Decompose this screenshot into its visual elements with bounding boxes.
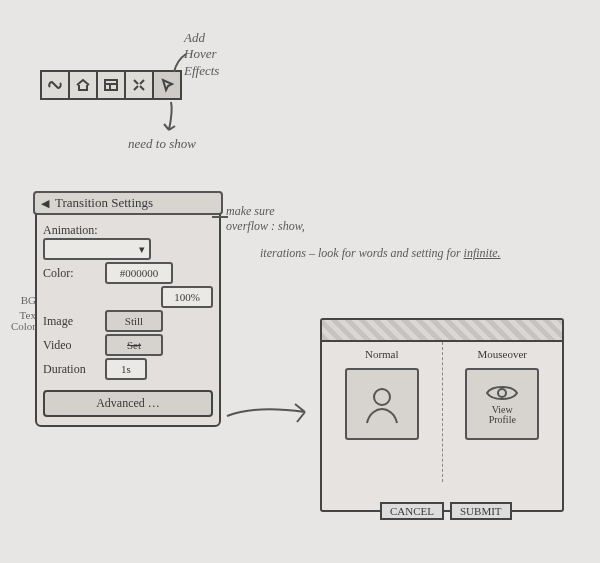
row-image: Image Still: [43, 310, 213, 332]
row-duration: Duration 1s: [43, 358, 213, 380]
arrow-panel-to-preview: [225, 398, 315, 432]
home-icon: [75, 77, 91, 93]
toolbar: [40, 70, 182, 100]
color-hex-input[interactable]: #000000: [105, 262, 173, 284]
preview-normal-thumb: [345, 368, 419, 440]
row-video: Video Set: [43, 334, 213, 356]
connector-panel-to-note: [212, 208, 230, 226]
animation-label: Animation:: [43, 223, 99, 238]
video-label: Video: [43, 338, 99, 353]
note-need-to-show: need to show: [128, 136, 196, 152]
image-button[interactable]: Still: [105, 310, 163, 332]
image-label: Image: [43, 314, 99, 329]
side-label-text-color: Text Color:: [0, 310, 39, 332]
tool-home[interactable]: [70, 72, 98, 98]
preview-normal-column: Normal: [322, 342, 443, 482]
cancel-button[interactable]: CANCEL: [380, 502, 444, 520]
expand-icon: [131, 77, 147, 93]
svg-point-2: [498, 389, 506, 397]
tool-layout[interactable]: [98, 72, 126, 98]
note-infinite-word: infinite.: [464, 246, 501, 260]
opacity-input[interactable]: 100%: [161, 286, 213, 308]
preview-mouseover-label: Mouseover: [478, 348, 528, 360]
layout-icon: [103, 77, 119, 93]
duration-label: Duration: [43, 362, 99, 377]
row-opacity: 100%: [43, 286, 213, 308]
animation-select[interactable]: ▾: [43, 238, 151, 260]
person-silhouette-icon: [361, 383, 403, 425]
panel-title-text: Transition Settings: [55, 195, 153, 211]
duration-input[interactable]: 1s: [105, 358, 147, 380]
tool-link[interactable]: [42, 72, 70, 98]
row-animation: Animation:: [43, 223, 213, 238]
advanced-button[interactable]: Advanced …: [43, 390, 213, 417]
side-label-bg: BG:: [0, 294, 39, 306]
note-overflow: make sure overflow : show,: [226, 204, 305, 234]
link-icon: [47, 77, 63, 93]
preview-titlebar: [322, 320, 562, 342]
color-label: Color:: [43, 266, 99, 281]
transition-settings-panel: ◀ Transition Settings Animation: ▾ Color…: [35, 195, 221, 427]
preview-mouseover-thumb[interactable]: View Profile: [465, 368, 539, 440]
note-iterations: iterations – look for words and setting …: [260, 246, 501, 261]
connector-note-to-toolbar: [170, 52, 190, 80]
preview-hover-caption: View Profile: [489, 405, 516, 425]
preview-mouseover-column: Mouseover View Profile: [443, 342, 563, 482]
panel-title-bar[interactable]: ◀ Transition Settings: [33, 191, 223, 215]
svg-point-1: [374, 389, 390, 405]
row-color: Color: #000000: [43, 262, 213, 284]
preview-actions: CANCEL SUBMIT: [380, 502, 512, 520]
video-button[interactable]: Set: [105, 334, 163, 356]
preview-window: Normal Mouseover View Profile: [320, 318, 564, 512]
preview-normal-label: Normal: [365, 348, 399, 360]
eye-icon: [485, 383, 519, 403]
submit-button[interactable]: SUBMIT: [450, 502, 512, 520]
back-chevron-icon: ◀: [41, 197, 49, 210]
tool-expand[interactable]: [126, 72, 154, 98]
